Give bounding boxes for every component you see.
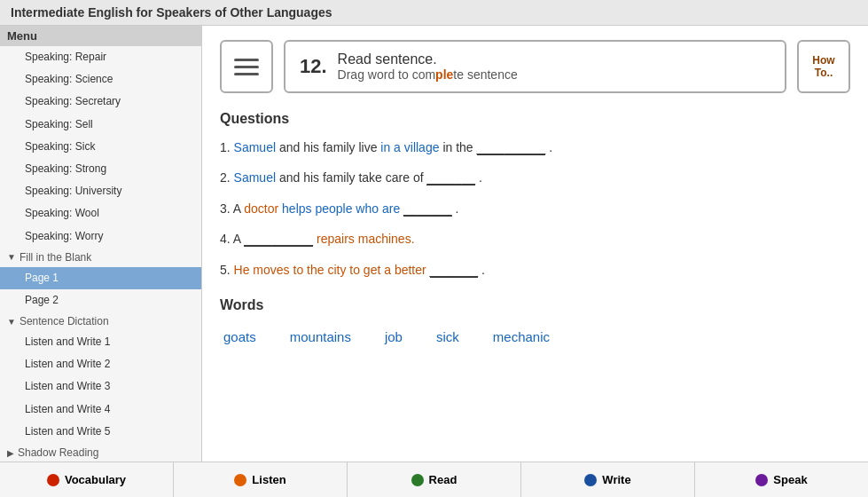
instruction-line1: Read sentence. xyxy=(338,51,518,67)
sidebar-item-speaking-science[interactable]: Speaking: Science xyxy=(0,68,201,91)
q4-blank[interactable]: __________ xyxy=(244,232,313,247)
sidebar-item-listen-write-2[interactable]: Listen and Write 2 xyxy=(0,353,201,375)
vocab-label: Vocabulary xyxy=(65,473,126,486)
sidebar-section-sentence-dictation[interactable]: ▼ Sentence Dictation xyxy=(0,312,201,331)
sidebar-item-page2[interactable]: Page 2 xyxy=(0,289,201,312)
q1-in-village: in a village xyxy=(380,140,439,154)
word-goats[interactable]: goats xyxy=(220,327,260,346)
q3-blank[interactable]: _______ xyxy=(403,201,452,217)
sidebar-section-shadow-reading[interactable]: ▶ Shadow Reading xyxy=(0,443,201,462)
question-3: 3. A doctor helps people who are _______… xyxy=(220,199,850,218)
q-num-4: 4. xyxy=(220,232,233,246)
instruction-text-box: 12. Read sentence. Drag word to complete… xyxy=(284,40,786,93)
q-num-5: 5. xyxy=(220,263,234,277)
q5-moves: He moves to the city to get a better xyxy=(234,263,430,277)
q-num-2: 2. xyxy=(220,170,234,185)
write-button[interactable]: Write xyxy=(521,462,695,497)
sidebar-item-listen-write-3[interactable]: Listen and Write 3 xyxy=(0,375,201,398)
sidebar-item-speaking-sell[interactable]: Speaking: Sell xyxy=(0,114,201,136)
speak-label: Speak xyxy=(773,473,807,486)
listen-button[interactable]: Listen xyxy=(174,462,348,497)
bottom-bar: Vocabulary Listen Read Write Speak xyxy=(0,462,868,497)
sidebar-item-page1[interactable]: Page 1 xyxy=(0,267,201,289)
read-button[interactable]: Read xyxy=(348,462,521,497)
highlight-text: ple xyxy=(435,67,453,82)
sidebar-section-fill-blank[interactable]: ▼ Fill in the Blank xyxy=(0,248,201,267)
q1-blank[interactable]: __________ xyxy=(477,140,546,155)
sidebar-section-label: Fill in the Blank xyxy=(20,251,91,264)
hamburger-icon xyxy=(234,59,259,75)
sidebar-item-speaking-worry[interactable]: Speaking: Worry xyxy=(0,225,201,248)
questions-heading: Questions xyxy=(220,111,850,127)
sidebar-item-listen-write-5[interactable]: Listen and Write 5 xyxy=(0,421,201,443)
vocab-dot xyxy=(47,474,59,486)
word-job[interactable]: job xyxy=(381,327,406,346)
speak-dot xyxy=(755,474,768,486)
word-sick[interactable]: sick xyxy=(433,327,463,346)
q-num-3: 3. xyxy=(220,201,233,216)
sidebar-section-label-3: Shadow Reading xyxy=(18,446,98,459)
question-4: 4. A __________ repairs machines. xyxy=(220,229,850,248)
word-mechanic[interactable]: mechanic xyxy=(489,327,553,346)
main-content: 12. Read sentence. Drag word to complete… xyxy=(202,26,868,462)
word-mountains[interactable]: mountains xyxy=(286,327,355,346)
q3-helps: helps people who are xyxy=(282,201,403,216)
instruction-line2: Drag word to complete sentence xyxy=(338,67,518,82)
q3-doctor: doctor xyxy=(244,201,278,216)
question-2: 2. Samuel and his family take care of __… xyxy=(220,168,850,187)
expand-icon-3: ▶ xyxy=(7,448,14,458)
read-label: Read xyxy=(429,473,457,486)
listen-dot xyxy=(234,474,246,486)
expand-icon-2: ▼ xyxy=(7,317,16,327)
sidebar-item-speaking-sick[interactable]: Speaking: Sick xyxy=(0,136,201,158)
vocab-button[interactable]: Vocabulary xyxy=(0,462,174,497)
q5-blank[interactable]: _______ xyxy=(430,263,479,278)
listen-label: Listen xyxy=(252,473,285,486)
instruction-number: 12. xyxy=(300,55,327,78)
sidebar-item-speaking-strong[interactable]: Speaking: Strong xyxy=(0,158,201,180)
speak-button[interactable]: Speak xyxy=(695,462,868,497)
q1-samuel: Samuel xyxy=(234,140,276,154)
instruction-content: Read sentence. Drag word to complete sen… xyxy=(338,51,518,82)
sidebar-item-speaking-repair[interactable]: Speaking: Repair xyxy=(0,46,201,68)
sidebar-item-speaking-secretary[interactable]: Speaking: Secretary xyxy=(0,91,201,113)
write-dot xyxy=(584,474,597,486)
q2-blank[interactable]: _______ xyxy=(426,170,475,185)
sidebar-section-label-2: Sentence Dictation xyxy=(20,315,109,327)
words-heading: Words xyxy=(220,297,850,313)
questions-section: Questions 1. Samuel and his family live … xyxy=(220,111,850,280)
q4-repairs: repairs machines. xyxy=(317,232,415,246)
sidebar-item-listen-write-4[interactable]: Listen and Write 4 xyxy=(0,398,201,421)
sidebar-item-speaking-wool[interactable]: Speaking: Wool xyxy=(0,202,201,225)
question-1: 1. Samuel and his family live in a villa… xyxy=(220,138,850,157)
page-title: Intermediate English for Speakers of Oth… xyxy=(0,0,868,26)
howto-button[interactable]: HowTo.. xyxy=(797,40,850,93)
sidebar: Menu Speaking: Repair Speaking: Science … xyxy=(0,26,202,462)
write-label: Write xyxy=(602,473,630,486)
menu-button[interactable] xyxy=(220,40,273,93)
q2-samuel: Samuel xyxy=(234,170,276,185)
expand-icon: ▼ xyxy=(7,252,16,262)
question-5: 5. He moves to the city to get a better … xyxy=(220,260,850,280)
sidebar-header: Menu xyxy=(0,26,201,46)
instruction-bar: 12. Read sentence. Drag word to complete… xyxy=(220,40,850,93)
q-num-1: 1. xyxy=(220,140,234,154)
sidebar-item-listen-write-1[interactable]: Listen and Write 1 xyxy=(0,331,201,353)
read-dot xyxy=(411,474,424,486)
words-section: Words goats mountains job sick mechanic xyxy=(220,297,850,350)
sidebar-item-speaking-university[interactable]: Speaking: University xyxy=(0,180,201,202)
words-list: goats mountains job sick mechanic xyxy=(220,324,850,350)
